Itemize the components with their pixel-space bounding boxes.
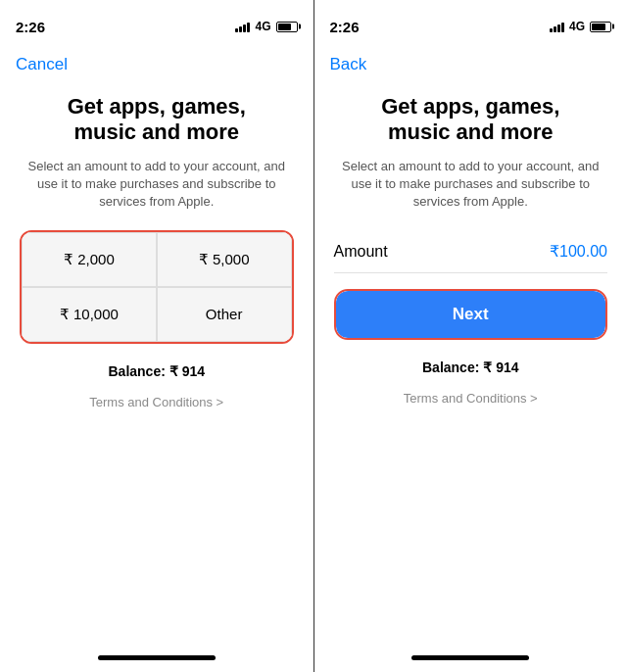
status-icons-left: 4G — [235, 20, 297, 33]
page-description-left: Select an amount to add to your account,… — [20, 158, 294, 212]
page-title-right: Get apps, games,music and more — [381, 94, 559, 146]
status-bar-right: 2:26 4G — [314, 0, 628, 43]
back-button[interactable]: Back — [330, 55, 367, 74]
balance-right: Balance: ₹ 914 — [422, 360, 519, 375]
status-time-right: 2:26 — [330, 19, 360, 35]
amount-cell-other[interactable]: Other — [157, 287, 292, 342]
signal-bars-left — [235, 22, 250, 32]
status-bar-left: 2:26 4G — [0, 0, 314, 43]
status-icons-right: 4G — [550, 20, 611, 33]
amount-cell-5000[interactable]: ₹ 5,000 — [157, 232, 292, 287]
terms-link-right[interactable]: Terms and Conditions > — [404, 391, 538, 406]
terms-link-left[interactable]: Terms and Conditions > — [89, 395, 223, 409]
status-time-left: 2:26 — [16, 19, 45, 35]
balance-left: Balance: ₹ 914 — [109, 363, 206, 379]
page-title-left: Get apps, games,music and more — [68, 94, 246, 146]
next-button[interactable]: Next — [336, 291, 606, 338]
amount-grid-container: ₹ 2,000 ₹ 5,000 ₹ 10,000 Other — [20, 230, 294, 344]
network-label-right: 4G — [569, 20, 585, 33]
content-left: Get apps, games,music and more Select an… — [0, 86, 314, 643]
amount-cell-2000[interactable]: ₹ 2,000 — [22, 232, 157, 287]
cancel-button[interactable]: Cancel — [16, 55, 68, 74]
home-indicator-right — [314, 643, 628, 672]
left-screen: 2:26 4G Cancel Get apps, games,music and… — [0, 0, 314, 672]
content-right: Get apps, games,music and more Select an… — [314, 86, 628, 643]
network-label-left: 4G — [255, 20, 270, 33]
amount-row: Amount ₹100.00 — [334, 230, 608, 273]
amount-value[interactable]: ₹100.00 — [550, 242, 607, 261]
home-indicator-left — [0, 643, 314, 672]
nav-bar-left: Cancel — [0, 43, 314, 86]
page-description-right: Select an amount to add to your account,… — [334, 158, 608, 212]
amount-label: Amount — [334, 243, 388, 261]
signal-bars-right — [550, 22, 564, 32]
next-btn-container: Next — [334, 289, 608, 340]
battery-icon-right — [590, 22, 611, 32]
amount-grid: ₹ 2,000 ₹ 5,000 ₹ 10,000 Other — [22, 232, 292, 342]
nav-bar-right: Back — [314, 43, 628, 86]
amount-cell-10000[interactable]: ₹ 10,000 — [22, 287, 157, 342]
right-screen: 2:26 4G Back Get apps, games,music and m… — [314, 0, 628, 672]
battery-icon-left — [276, 22, 298, 32]
